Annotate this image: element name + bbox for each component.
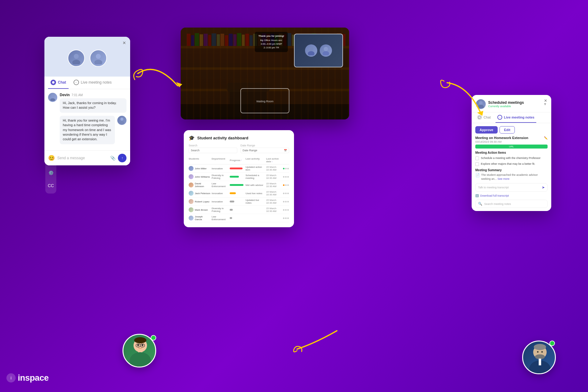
meeting-tab-live-notes[interactable]: ○ Live meeting notes	[496, 112, 536, 123]
svg-rect-16	[200, 34, 203, 46]
svg-rect-26	[242, 35, 245, 46]
meeting-status: Currently available	[488, 105, 541, 108]
send-button[interactable]: ↑	[118, 154, 126, 162]
meeting-item-title: Meeting on Homework Extension ✏️	[475, 136, 548, 140]
devin-avatar	[48, 93, 57, 102]
chat-tab-live-notes[interactable]: ○ Live meeting notes	[71, 77, 114, 89]
svg-point-73	[541, 351, 543, 353]
dashboard-title: 🎓 Student activity dashboard	[189, 135, 289, 141]
pip-video	[294, 34, 343, 67]
dashboard-filters: Search Search Date Range Date Range 📅	[189, 144, 289, 153]
meeting-panel-title: Scheduled meetings	[488, 100, 541, 105]
meeting-action-buttons: Approve Edit	[475, 126, 548, 134]
summary-doc-icon: 📄	[475, 173, 480, 177]
svg-rect-25	[237, 33, 241, 46]
devin-name: Devin	[60, 93, 70, 97]
devin-time: 7:01 AM	[72, 93, 83, 97]
date-range-input[interactable]: Date Range 📅	[240, 148, 289, 153]
svg-point-61	[134, 337, 146, 343]
download-icon: ⬇️	[475, 194, 479, 197]
svg-point-68	[130, 352, 151, 368]
svg-rect-17	[204, 34, 208, 46]
attach-button[interactable]: 📎	[110, 156, 115, 160]
svg-point-58	[479, 101, 483, 105]
svg-rect-28	[250, 35, 253, 46]
chat-participant-1	[68, 50, 85, 67]
svg-point-62	[137, 344, 139, 346]
svg-rect-21	[221, 34, 224, 46]
chat-tab-icon	[51, 80, 56, 85]
svg-point-63	[141, 344, 143, 346]
table-row: Jack Peterson Innovative Used live notes…	[189, 189, 289, 198]
svg-rect-19	[212, 33, 216, 46]
edit-button[interactable]: Edit	[499, 126, 515, 134]
svg-point-5	[51, 95, 54, 98]
green-status-dot-devin	[549, 341, 555, 346]
svg-point-7	[120, 118, 123, 121]
logo-text: inspace	[18, 373, 49, 383]
chat-input-placeholder[interactable]: Send a message	[57, 156, 108, 160]
search-icon: 🔍	[478, 202, 482, 206]
sidebar-caption-icon[interactable]: CC	[47, 181, 55, 190]
svg-point-6	[50, 98, 55, 101]
svg-point-1	[72, 60, 80, 64]
action-items-title: Meeting Action Items	[475, 151, 548, 154]
svg-point-55	[308, 51, 315, 55]
video-background: Thank you for joining! My Office Hours a…	[181, 28, 349, 119]
search-notes-input[interactable]: 🔍 Search meeting notes	[475, 200, 548, 208]
logo-area: i inspace	[0, 370, 55, 386]
see-more-link[interactable]: See more	[498, 177, 510, 180]
action-item-2: Explore other majors that may be a bette…	[475, 162, 548, 166]
svg-text:i: i	[10, 375, 11, 380]
pip-avatar-1	[305, 44, 317, 57]
meeting-chat-icon: 💬	[477, 115, 482, 120]
action-checkbox-2[interactable]	[475, 162, 479, 166]
svg-rect-23	[229, 34, 233, 46]
svg-point-72	[537, 351, 539, 353]
message-row-devin: Devin 7:01 AM Hi, Jack, thanks for comin…	[48, 93, 126, 113]
svg-point-4	[52, 81, 55, 84]
meeting-panel: × Scheduled meetings Currently available…	[472, 95, 551, 211]
meeting-tab-chat[interactable]: 💬 Chat	[475, 112, 492, 123]
meeting-date: 03/14/2023 09:30 AM	[475, 140, 548, 143]
svg-rect-27	[245, 34, 249, 46]
chat-close-button[interactable]: ×	[123, 40, 126, 46]
svg-point-54	[309, 47, 313, 51]
pip-avatar-2	[320, 44, 332, 57]
svg-rect-20	[217, 34, 220, 46]
svg-rect-76	[539, 359, 541, 365]
emoji-button[interactable]: 😊	[48, 155, 55, 161]
meeting-host-avatar	[476, 99, 486, 109]
waiting-room-box: Waiting Room	[240, 88, 289, 113]
download-transcript-link[interactable]: ⬇️ Download full transcript	[475, 194, 548, 197]
graduation-icon: 🎓	[189, 135, 195, 141]
meeting-close-button[interactable]: ×	[544, 98, 547, 104]
meeting-notes-icon: ○	[497, 115, 502, 120]
svg-point-70	[534, 344, 546, 350]
svg-point-3	[94, 60, 102, 64]
title-edit-icon[interactable]: ✏️	[544, 136, 548, 140]
chat-tab-chat[interactable]: Chat	[48, 77, 69, 89]
svg-point-0	[74, 54, 79, 59]
table-row: Mark Brown Diversity in Policing 15 Marc…	[189, 206, 289, 214]
table-row: John Williams Diversity in Policing Sche…	[189, 173, 289, 181]
transcript-input[interactable]: Talk to meeting transcript ➤	[475, 183, 548, 192]
meeting-body: Approve Edit Meeting on Homework Extensi…	[472, 123, 551, 211]
svg-rect-22	[225, 35, 228, 46]
search-filter: Search Search	[189, 144, 237, 153]
meeting-summary-title: Meeting Summary	[475, 168, 548, 172]
devin-message: Hi, Jack, thanks for coming in today. Ho…	[60, 98, 126, 113]
action-checkbox-1[interactable]	[475, 156, 479, 160]
table-row: John Miller Innovative Updated action it…	[189, 164, 289, 173]
transcript-send-icon[interactable]: ➤	[542, 185, 545, 190]
meeting-tabs: 💬 Chat ○ Live meeting notes	[472, 112, 551, 123]
jack-avatar	[117, 116, 126, 125]
sidebar-settings-icon[interactable]: ⚙️	[47, 168, 55, 177]
search-input[interactable]: Search	[189, 148, 237, 153]
svg-rect-24	[233, 34, 236, 46]
date-filter: Date Range Date Range 📅	[240, 144, 289, 153]
svg-rect-13	[187, 34, 190, 46]
svg-point-2	[96, 54, 101, 59]
chat-panel: × Chat ○ Live meeting notes	[44, 37, 130, 165]
approve-button[interactable]: Approve	[475, 126, 498, 134]
